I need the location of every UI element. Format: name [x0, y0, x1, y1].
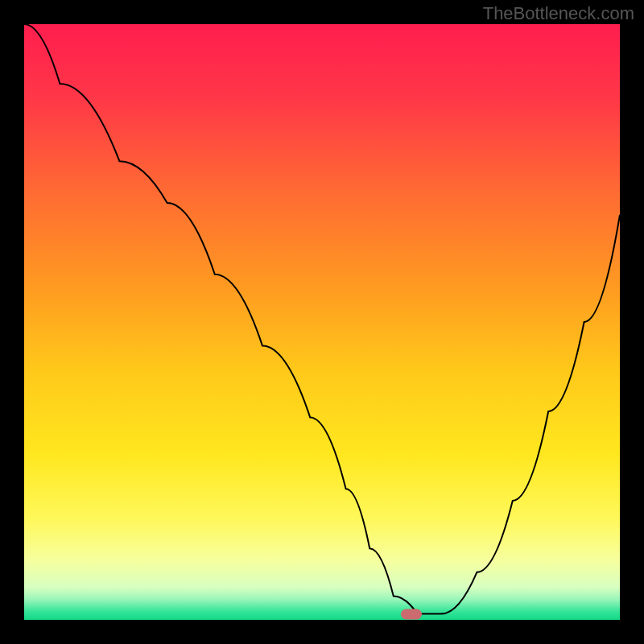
- optimal-point-marker: [401, 609, 422, 619]
- bottleneck-curve: [24, 24, 620, 620]
- watermark-text: TheBottleneck.com: [483, 3, 634, 24]
- chart-plot-area: [24, 24, 620, 620]
